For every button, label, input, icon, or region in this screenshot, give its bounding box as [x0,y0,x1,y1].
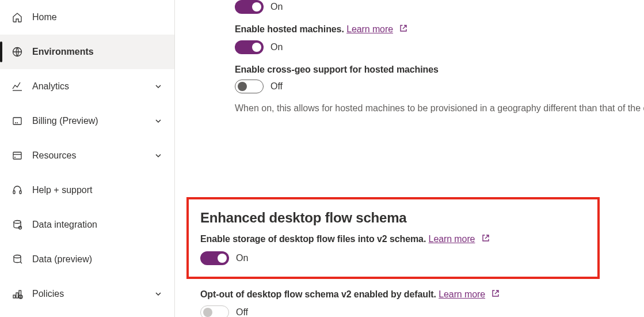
sidebar-item-data-integration[interactable]: Data integration [0,207,174,242]
sidebar-item-billing[interactable]: Billing (Preview) [0,104,174,138]
learn-more-link[interactable]: Learn more [439,289,485,299]
section-title: Enhanced desktop flow schema [200,210,586,226]
data-integration-icon [12,219,23,231]
svg-point-10 [14,255,21,258]
toggle-v2-schema[interactable] [200,251,229,265]
external-link-icon [481,233,490,245]
sidebar-item-label: Home [32,12,163,22]
toggle-state: Off [270,81,283,92]
analytics-icon [12,81,23,92]
toggle-opt-out [200,305,229,317]
sidebar-item-analytics[interactable]: Analytics [0,69,174,104]
toggle-enable-hosted-machines[interactable] [235,40,264,54]
setting-label: Enable hosted machines. [235,24,344,34]
policies-icon [12,288,23,300]
toggle-state: Off [236,307,248,317]
chevron-down-icon [154,116,163,126]
sidebar-item-policies[interactable]: Policies [0,277,174,311]
sidebar-item-label: Policies [32,289,144,299]
sidebar-item-environments[interactable]: Environments [0,35,174,69]
globe-icon [12,46,23,58]
external-link-icon [399,24,408,35]
sidebar-item-label: Resources [32,150,144,161]
setting-group-v2-schema: Enable storage of desktop flow files int… [200,234,586,265]
sidebar-item-label: Help + support [32,185,163,195]
sidebar-item-resources[interactable]: Resources [0,138,174,173]
setting-group-toggle-1: On [235,0,644,14]
chevron-down-icon [154,82,163,91]
setting-label: Enable storage of desktop flow files int… [200,234,426,244]
toggle-state: On [236,253,248,263]
toggle-state: On [270,42,283,52]
data-preview-icon [12,254,23,265]
svg-rect-12 [16,293,18,298]
setting-group-opt-out: Opt-out of desktop flow schema v2 enable… [186,289,644,317]
sidebar-item-data-preview[interactable]: Data (preview) [0,242,174,277]
sidebar-item-label: Data integration [32,220,163,230]
sidebar-item-label: Environments [32,47,163,57]
sidebar-item-home[interactable]: Home [0,0,174,35]
billing-icon [12,115,23,127]
sidebar-item-label: Billing (Preview) [32,116,144,126]
chevron-down-icon [154,289,163,299]
resources-icon [12,150,23,161]
svg-rect-4 [13,152,21,159]
toggle-cross-geo[interactable] [235,80,264,93]
highlighted-section: Enhanced desktop flow schema Enable stor… [186,197,600,279]
svg-point-8 [14,221,21,224]
sidebar-item-help-support[interactable]: Help + support [0,173,174,207]
support-icon [12,184,23,196]
svg-point-3 [17,122,18,123]
sidebar-item-label: Data (preview) [32,254,163,265]
home-icon [12,12,23,23]
setting-description: When on, this allows for hosted machines… [235,103,644,113]
external-link-icon [491,289,500,300]
main-content: On Enable hosted machines. Learn more On… [175,0,644,317]
sidebar-item-label: Analytics [32,81,144,92]
toggle-switch-1[interactable] [235,0,264,14]
svg-point-5 [14,157,16,158]
svg-rect-11 [13,295,16,298]
svg-rect-1 [13,118,21,124]
chevron-down-icon [154,151,163,160]
learn-more-link[interactable]: Learn more [346,24,393,34]
sidebar: Home Environments Analytics Billing (Pre… [0,0,175,317]
svg-point-2 [15,122,16,123]
learn-more-link[interactable]: Learn more [429,234,475,244]
toggle-state: On [270,2,283,12]
setting-label: Opt-out of desktop flow schema v2 enable… [200,289,436,299]
